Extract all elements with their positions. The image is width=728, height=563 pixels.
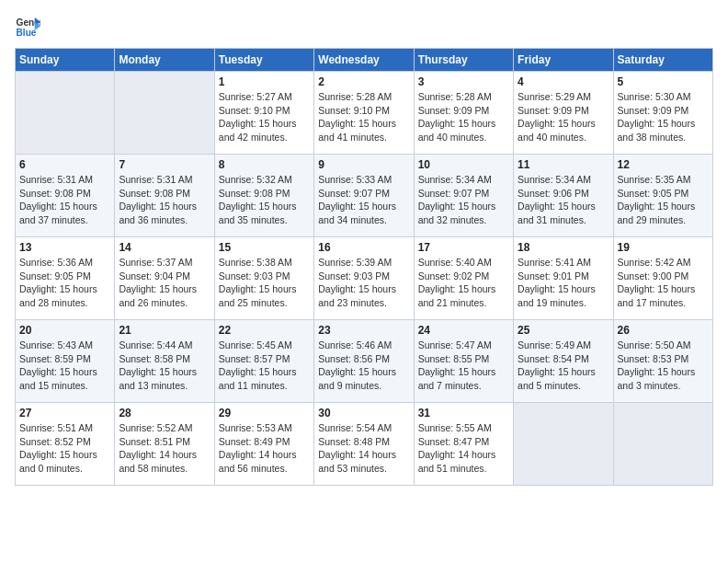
day-number: 24: [418, 324, 509, 337]
day-number: 25: [518, 324, 609, 337]
calendar-cell: 2Sunrise: 5:28 AMSunset: 9:10 PMDaylight…: [314, 72, 414, 155]
calendar-week-3: 13Sunrise: 5:36 AMSunset: 9:05 PMDayligh…: [16, 237, 713, 320]
day-number: 10: [418, 158, 509, 171]
page-header: General Blue: [15, 15, 713, 40]
day-number: 26: [618, 324, 709, 337]
calendar-cell: 1Sunrise: 5:27 AMSunset: 9:10 PMDaylight…: [214, 72, 313, 155]
col-header-tuesday: Tuesday: [214, 49, 313, 72]
logo-icon: General Blue: [15, 15, 40, 40]
day-info: Sunrise: 5:31 AMSunset: 9:08 PMDaylight:…: [19, 173, 110, 227]
day-info: Sunrise: 5:39 AMSunset: 9:03 PMDaylight:…: [318, 256, 409, 310]
calendar-cell: 15Sunrise: 5:38 AMSunset: 9:03 PMDayligh…: [214, 237, 313, 320]
day-number: 20: [19, 324, 110, 337]
day-info: Sunrise: 5:27 AMSunset: 9:10 PMDaylight:…: [219, 90, 310, 144]
calendar-cell: 27Sunrise: 5:51 AMSunset: 8:52 PMDayligh…: [16, 403, 115, 486]
calendar-week-1: 1Sunrise: 5:27 AMSunset: 9:10 PMDaylight…: [16, 72, 713, 155]
day-info: Sunrise: 5:55 AMSunset: 8:47 PMDaylight:…: [418, 421, 509, 476]
day-info: Sunrise: 5:51 AMSunset: 8:52 PMDaylight:…: [19, 421, 110, 476]
calendar-cell: 22Sunrise: 5:45 AMSunset: 8:57 PMDayligh…: [214, 320, 313, 403]
calendar-cell: 28Sunrise: 5:52 AMSunset: 8:51 PMDayligh…: [115, 403, 214, 486]
col-header-friday: Friday: [514, 49, 613, 72]
day-info: Sunrise: 5:41 AMSunset: 9:01 PMDaylight:…: [518, 256, 609, 310]
day-info: Sunrise: 5:35 AMSunset: 9:05 PMDaylight:…: [618, 173, 709, 227]
day-info: Sunrise: 5:47 AMSunset: 8:55 PMDaylight:…: [418, 339, 509, 393]
calendar-cell: [514, 403, 613, 486]
calendar-table: SundayMondayTuesdayWednesdayThursdayFrid…: [15, 48, 713, 486]
day-number: 27: [19, 407, 110, 419]
day-number: 9: [318, 158, 409, 171]
calendar-cell: [115, 72, 214, 155]
calendar-cell: 14Sunrise: 5:37 AMSunset: 9:04 PMDayligh…: [115, 237, 214, 320]
day-info: Sunrise: 5:38 AMSunset: 9:03 PMDaylight:…: [219, 256, 310, 310]
calendar-cell: 5Sunrise: 5:30 AMSunset: 9:09 PMDaylight…: [613, 72, 712, 155]
calendar-cell: 10Sunrise: 5:34 AMSunset: 9:07 PMDayligh…: [414, 155, 513, 237]
day-number: 23: [318, 324, 409, 337]
day-number: 5: [618, 75, 709, 88]
calendar-cell: 30Sunrise: 5:54 AMSunset: 8:48 PMDayligh…: [314, 403, 414, 486]
day-info: Sunrise: 5:50 AMSunset: 8:53 PMDaylight:…: [618, 339, 709, 393]
day-number: 4: [518, 75, 609, 88]
calendar-cell: 13Sunrise: 5:36 AMSunset: 9:05 PMDayligh…: [16, 237, 115, 320]
day-info: Sunrise: 5:36 AMSunset: 9:05 PMDaylight:…: [19, 256, 110, 310]
day-number: 8: [219, 158, 310, 171]
day-number: 12: [618, 158, 709, 171]
day-info: Sunrise: 5:28 AMSunset: 9:10 PMDaylight:…: [318, 90, 409, 144]
calendar-cell: 21Sunrise: 5:44 AMSunset: 8:58 PMDayligh…: [115, 320, 214, 403]
calendar-cell: 29Sunrise: 5:53 AMSunset: 8:49 PMDayligh…: [214, 403, 313, 486]
calendar-header-row: SundayMondayTuesdayWednesdayThursdayFrid…: [16, 49, 713, 72]
day-number: 15: [219, 241, 310, 254]
day-number: 30: [318, 407, 409, 419]
day-info: Sunrise: 5:31 AMSunset: 9:08 PMDaylight:…: [119, 173, 210, 227]
day-number: 31: [418, 407, 509, 419]
calendar-cell: [613, 403, 712, 486]
calendar-cell: 17Sunrise: 5:40 AMSunset: 9:02 PMDayligh…: [414, 237, 513, 320]
calendar-cell: 26Sunrise: 5:50 AMSunset: 8:53 PMDayligh…: [613, 320, 712, 403]
calendar-cell: 31Sunrise: 5:55 AMSunset: 8:47 PMDayligh…: [414, 403, 513, 486]
day-number: 11: [518, 158, 609, 171]
svg-text:Blue: Blue: [17, 28, 37, 38]
day-number: 7: [119, 158, 210, 171]
day-info: Sunrise: 5:29 AMSunset: 9:09 PMDaylight:…: [518, 90, 609, 144]
col-header-thursday: Thursday: [414, 49, 513, 72]
day-info: Sunrise: 5:53 AMSunset: 8:49 PMDaylight:…: [219, 421, 310, 476]
calendar-cell: 11Sunrise: 5:34 AMSunset: 9:06 PMDayligh…: [514, 155, 613, 237]
calendar-cell: 18Sunrise: 5:41 AMSunset: 9:01 PMDayligh…: [514, 237, 613, 320]
day-number: 21: [119, 324, 210, 337]
logo: General Blue: [15, 15, 40, 40]
calendar-cell: 19Sunrise: 5:42 AMSunset: 9:00 PMDayligh…: [613, 237, 712, 320]
day-number: 14: [119, 241, 210, 254]
day-number: 17: [418, 241, 509, 254]
col-header-sunday: Sunday: [16, 49, 115, 72]
day-number: 6: [19, 158, 110, 171]
day-info: Sunrise: 5:44 AMSunset: 8:58 PMDaylight:…: [119, 339, 210, 393]
day-number: 22: [219, 324, 310, 337]
day-number: 1: [219, 75, 310, 88]
calendar-cell: 16Sunrise: 5:39 AMSunset: 9:03 PMDayligh…: [314, 237, 414, 320]
day-number: 13: [19, 241, 110, 254]
calendar-cell: 6Sunrise: 5:31 AMSunset: 9:08 PMDaylight…: [16, 155, 115, 237]
day-info: Sunrise: 5:54 AMSunset: 8:48 PMDaylight:…: [318, 421, 409, 476]
col-header-wednesday: Wednesday: [314, 49, 414, 72]
calendar-cell: 4Sunrise: 5:29 AMSunset: 9:09 PMDaylight…: [514, 72, 613, 155]
col-header-monday: Monday: [115, 49, 214, 72]
day-number: 2: [318, 75, 409, 88]
calendar-week-5: 27Sunrise: 5:51 AMSunset: 8:52 PMDayligh…: [16, 403, 713, 486]
calendar-cell: 23Sunrise: 5:46 AMSunset: 8:56 PMDayligh…: [314, 320, 414, 403]
day-info: Sunrise: 5:43 AMSunset: 8:59 PMDaylight:…: [19, 339, 110, 393]
day-info: Sunrise: 5:45 AMSunset: 8:57 PMDaylight:…: [219, 339, 310, 393]
day-number: 28: [119, 407, 210, 419]
day-info: Sunrise: 5:37 AMSunset: 9:04 PMDaylight:…: [119, 256, 210, 310]
calendar-cell: [16, 72, 115, 155]
day-number: 19: [618, 241, 709, 254]
col-header-saturday: Saturday: [613, 49, 712, 72]
calendar-cell: 25Sunrise: 5:49 AMSunset: 8:54 PMDayligh…: [514, 320, 613, 403]
day-info: Sunrise: 5:33 AMSunset: 9:07 PMDaylight:…: [318, 173, 409, 227]
day-info: Sunrise: 5:34 AMSunset: 9:06 PMDaylight:…: [518, 173, 609, 227]
day-info: Sunrise: 5:30 AMSunset: 9:09 PMDaylight:…: [618, 90, 709, 144]
calendar-cell: 8Sunrise: 5:32 AMSunset: 9:08 PMDaylight…: [214, 155, 313, 237]
day-info: Sunrise: 5:28 AMSunset: 9:09 PMDaylight:…: [418, 90, 509, 144]
day-info: Sunrise: 5:34 AMSunset: 9:07 PMDaylight:…: [418, 173, 509, 227]
calendar-cell: 7Sunrise: 5:31 AMSunset: 9:08 PMDaylight…: [115, 155, 214, 237]
calendar-cell: 20Sunrise: 5:43 AMSunset: 8:59 PMDayligh…: [16, 320, 115, 403]
day-number: 16: [318, 241, 409, 254]
